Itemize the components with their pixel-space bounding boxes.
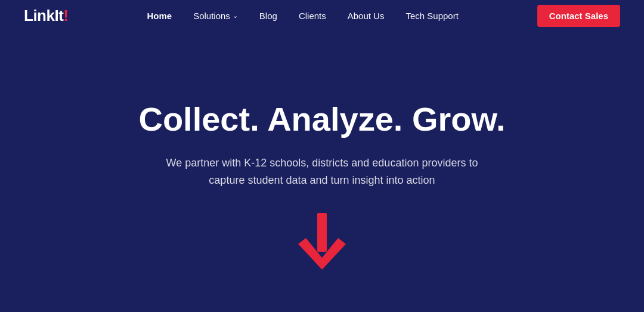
nav-item-home[interactable]: Home [138, 7, 180, 24]
nav-item-tech-support[interactable]: Tech Support [397, 7, 466, 24]
nav-link-home[interactable]: Home [138, 7, 180, 24]
logo[interactable]: LinkIt! [24, 7, 69, 25]
logo-text: LinkIt! [24, 7, 69, 25]
nav-item-solutions[interactable]: Solutions ⌄ [185, 7, 246, 24]
nav-link-tech-support[interactable]: Tech Support [397, 7, 466, 24]
nav-link-solutions[interactable]: Solutions ⌄ [185, 7, 246, 24]
nav-item-blog[interactable]: Blog [251, 7, 286, 24]
nav-item-about[interactable]: About Us [339, 7, 393, 24]
nav-item-clients[interactable]: Clients [290, 7, 335, 24]
nav-links: Home Solutions ⌄ Blog Clients About Us [138, 7, 466, 24]
nav-link-clients[interactable]: Clients [290, 7, 335, 24]
navbar: LinkIt! Home Solutions ⌄ Blog Clients [0, 0, 644, 32]
chevron-down-icon: ⌄ [233, 12, 238, 20]
hero-section: Collect. Analyze. Grow. We partner with … [0, 32, 644, 312]
nav-link-blog[interactable]: Blog [251, 7, 286, 24]
contact-sales-button[interactable]: Contact Sales [537, 5, 620, 27]
hero-subtext: We partner with K-12 schools, districts … [155, 155, 489, 189]
nav-link-about[interactable]: About Us [339, 7, 393, 24]
scroll-down-arrow-icon[interactable] [295, 213, 349, 279]
hero-headline: Collect. Analyze. Grow. [138, 101, 505, 138]
svg-rect-0 [317, 213, 327, 252]
